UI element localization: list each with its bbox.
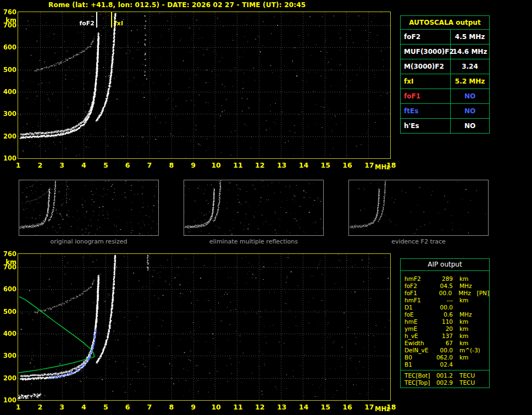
thumbnail-multiple-reflections-removed	[184, 180, 324, 236]
aip-param-label: Ewidth	[401, 340, 435, 347]
aip-param-unit: km	[453, 318, 476, 325]
x-tick-label: 6	[124, 161, 131, 169]
aip-param-value: 02.4	[435, 361, 453, 368]
aip-param-extra	[476, 325, 489, 333]
thumbnail-f2-trace-evidence	[348, 180, 489, 236]
table-row-hpes: h'EsNO	[401, 119, 489, 133]
param-label: MUF(3000)F2	[401, 45, 451, 59]
x-tick-label: 4	[80, 161, 87, 169]
aip-param-extra	[476, 283, 489, 290]
thumbnail-caption: original ionogram resized	[19, 238, 159, 245]
table-row-muf3000f2: MUF(3000)F214.6 MHz	[401, 45, 489, 59]
aip-param-unit: km	[453, 333, 476, 340]
x-tick-label: 2	[36, 161, 44, 169]
param-label: h'Es	[401, 119, 451, 133]
x-tick-label: 11	[233, 161, 241, 169]
param-value: NO	[451, 104, 489, 118]
y-tick-label: 760	[2, 9, 16, 15]
aip-row: foF204.5MHz	[401, 283, 489, 290]
aip-param-unit: km	[453, 340, 476, 347]
aip-param-unit: km	[453, 275, 476, 283]
param-value: NO	[451, 119, 489, 133]
aip-param-unit: km	[453, 354, 476, 361]
y-tick-label: 300	[2, 353, 16, 359]
aip-param-unit: TECU	[453, 372, 476, 379]
x-tick-label: 8	[168, 161, 175, 169]
aip-row: hmF1---km	[401, 297, 489, 304]
aip-param-label: B1	[401, 361, 435, 368]
x-tick-label: 4	[80, 403, 87, 411]
aip-param-value: 20	[435, 325, 453, 333]
param-value: 5.2 MHz	[451, 74, 489, 88]
aip-param-extra	[476, 333, 489, 340]
aip-row: h_vE137km	[401, 333, 489, 340]
param-value: NO	[451, 89, 489, 103]
thumbnail-caption: evidence F2 trace	[348, 238, 489, 245]
aip-param-label: B0	[401, 354, 435, 361]
y-tick-label: 400	[2, 331, 16, 337]
param-label: fxI	[401, 74, 451, 88]
aip-param-value: 00.0	[435, 347, 453, 354]
aip-param-unit	[453, 304, 476, 311]
param-value: 3.24	[451, 59, 489, 74]
thumbnail-canvas	[184, 180, 323, 235]
aip-table-body: hmF2289km foF204.5MHz foF100.0MHz[PN] hm…	[401, 271, 489, 370]
x-tick-label: 6	[124, 403, 131, 411]
y-tick-label: 600	[2, 45, 16, 51]
aip-param-value: 67	[435, 340, 453, 347]
aip-param-value: 00.0	[435, 290, 452, 297]
x-tick-label: 14	[299, 161, 307, 169]
fxi-marker-label: fxI	[114, 20, 123, 27]
aip-param-value: 062.0	[435, 354, 453, 361]
ionogram-plot-bottom	[18, 253, 391, 401]
aip-param-unit: m^(-3)	[453, 347, 476, 354]
y-tick-label: 200	[2, 134, 16, 140]
y-tick-label: 600	[2, 286, 16, 292]
y-tick-label: 300	[2, 111, 16, 117]
y-tick-label: 500	[2, 67, 16, 73]
y-tick-label: 700	[2, 23, 16, 29]
ionogram-canvas-bottom	[18, 254, 390, 400]
param-label: foF2	[401, 30, 451, 44]
x-tick-label: 13	[277, 161, 285, 169]
autoscala-window: Rome (lat: +41.8, lon: 012.5) - DATE: 20…	[0, 0, 532, 415]
aip-param-value: 001.2	[435, 372, 453, 379]
aip-param-value: 137	[435, 333, 453, 340]
aip-row: ymE20km	[401, 325, 489, 333]
ionogram-canvas-top	[18, 12, 390, 158]
aip-row: hmF2289km	[401, 275, 489, 283]
aip-param-label: foE	[401, 311, 435, 318]
aip-tec-section: TEC[Bot]001.2TECU TEC[Top]002.9TECU	[401, 370, 489, 388]
aip-row: B0062.0km	[401, 354, 489, 361]
aip-param-label: foF1	[401, 290, 435, 297]
x-tick-label: 16	[342, 161, 350, 169]
aip-param-label: DelN_vE	[401, 347, 435, 354]
aip-param-value: ---	[435, 297, 453, 304]
aip-param-extra	[476, 361, 489, 368]
aip-param-extra: [PN]	[475, 290, 489, 297]
autoscala-table-title: AUTOSCALA output	[401, 16, 489, 30]
aip-param-unit: MHz	[453, 283, 476, 290]
x-tick-label: 3	[58, 161, 66, 169]
param-label: foF1	[401, 89, 451, 103]
param-label: M(3000)F2	[401, 59, 451, 74]
x-tick-label: 17	[364, 161, 372, 169]
aip-param-label: h_vE	[401, 333, 435, 340]
aip-param-label: foF2	[401, 283, 435, 290]
x-tick-label: 9	[190, 403, 197, 411]
aip-param-unit	[453, 361, 476, 368]
aip-param-label: D1	[401, 304, 435, 311]
aip-param-extra	[476, 304, 489, 311]
aip-param-extra	[476, 318, 489, 325]
x-tick-label: 8	[168, 403, 175, 411]
aip-row: DelN_vE00.0m^(-3)	[401, 347, 489, 354]
aip-param-extra	[476, 347, 489, 354]
aip-param-unit: km	[453, 297, 476, 304]
table-row-fof2: foF24.5 MHz	[401, 30, 489, 45]
x-tick-label: 9	[190, 161, 197, 169]
aip-param-label: TEC[Top]	[401, 379, 435, 386]
aip-param-value: 00.0	[435, 304, 453, 311]
aip-output-table: AIP output hmF2289km foF204.5MHz foF100.…	[400, 258, 490, 388]
y-tick-label: 700	[2, 264, 16, 270]
y-tick-label: 500	[2, 309, 16, 315]
